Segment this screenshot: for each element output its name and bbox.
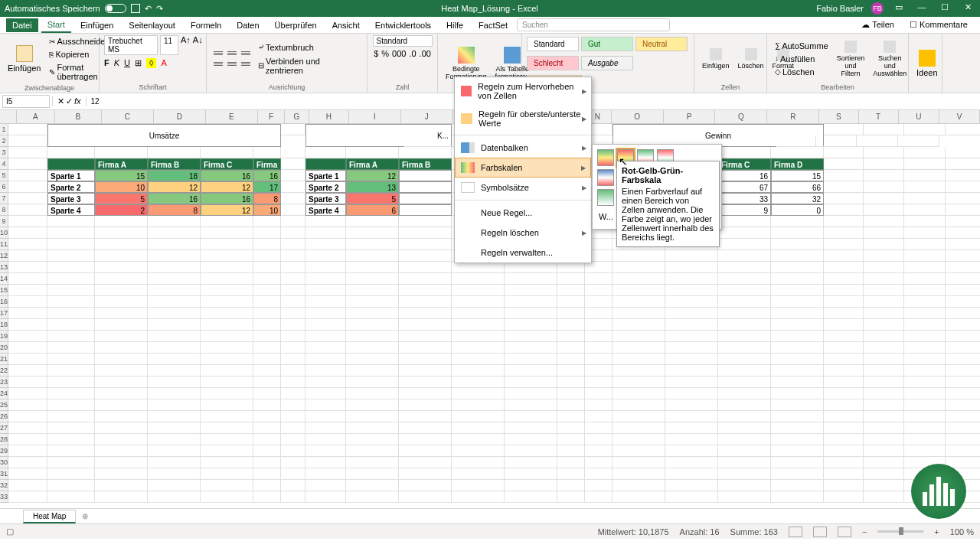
cell[interactable]	[8, 377, 47, 388]
cell[interactable]	[305, 158, 346, 170]
row-head-16[interactable]: 16	[0, 296, 8, 308]
cell[interactable]	[612, 342, 665, 354]
cell[interactable]	[253, 354, 281, 365]
font-select[interactable]: Trebuchet MS	[104, 35, 158, 55]
cell[interactable]: Firma A	[346, 158, 399, 170]
cell[interactable]	[904, 124, 946, 135]
align-left[interactable]	[211, 59, 225, 70]
cell[interactable]	[404, 135, 457, 147]
cell[interactable]	[946, 399, 980, 411]
cell[interactable]	[253, 480, 281, 491]
zoom-level[interactable]: 100 %	[950, 527, 974, 536]
cell[interactable]	[346, 147, 399, 158]
cell[interactable]	[505, 273, 557, 285]
cell[interactable]	[8, 331, 47, 342]
cell[interactable]	[864, 158, 904, 170]
cell[interactable]: Sparte 1	[47, 170, 95, 181]
cell[interactable]	[281, 491, 305, 503]
cell[interactable]	[718, 411, 771, 422]
cell[interactable]	[718, 365, 771, 377]
autosave-toggle[interactable]	[105, 4, 126, 13]
cell[interactable]	[95, 365, 148, 377]
cell[interactable]	[47, 434, 95, 445]
cell[interactable]	[8, 181, 47, 193]
style-ausgabe[interactable]: Ausgabe	[581, 56, 633, 70]
cell[interactable]	[95, 457, 148, 468]
cell[interactable]	[95, 354, 148, 365]
cell[interactable]	[824, 365, 864, 377]
cell[interactable]	[771, 480, 824, 491]
cell[interactable]	[148, 319, 201, 331]
cell[interactable]	[904, 273, 946, 285]
merge-center-button[interactable]: ⊟ Verbinden und zentrieren	[255, 55, 362, 77]
cell[interactable]	[8, 239, 47, 250]
cell[interactable]	[612, 457, 665, 468]
cell[interactable]	[864, 342, 904, 354]
cell[interactable]	[824, 480, 864, 491]
cell[interactable]	[201, 388, 253, 399]
cell[interactable]: 8	[148, 204, 201, 216]
row-head-11[interactable]: 11	[0, 239, 8, 250]
cell[interactable]: 18	[148, 170, 201, 181]
cell[interactable]	[718, 422, 771, 434]
cell[interactable]	[281, 227, 305, 239]
cell[interactable]	[305, 147, 346, 158]
cell[interactable]: Firma D	[253, 158, 281, 170]
cell[interactable]	[305, 365, 346, 377]
cell[interactable]	[253, 262, 281, 273]
row-head-19[interactable]: 19	[0, 331, 8, 342]
cell[interactable]	[399, 181, 452, 193]
cell[interactable]	[281, 193, 305, 204]
cell[interactable]	[253, 342, 281, 354]
cell[interactable]	[95, 422, 148, 434]
cell[interactable]	[95, 239, 148, 250]
cell[interactable]	[557, 308, 585, 319]
cell[interactable]	[305, 250, 346, 262]
ideas-button[interactable]: Ideen	[913, 47, 941, 80]
cell[interactable]	[8, 491, 47, 503]
cell[interactable]	[399, 308, 452, 319]
cell[interactable]	[399, 468, 452, 480]
cell[interactable]	[452, 388, 505, 399]
cell[interactable]	[946, 239, 980, 250]
cell[interactable]	[281, 399, 305, 411]
cell[interactable]	[346, 250, 399, 262]
align-middle[interactable]	[225, 48, 239, 59]
cell[interactable]	[305, 411, 346, 422]
cell[interactable]	[904, 250, 946, 262]
cell[interactable]	[857, 135, 898, 147]
cell[interactable]	[281, 457, 305, 468]
cell[interactable]	[399, 445, 452, 457]
cell[interactable]	[305, 227, 346, 239]
cell[interactable]	[452, 308, 505, 319]
cell[interactable]	[824, 319, 864, 331]
cell[interactable]	[864, 354, 904, 365]
search-input[interactable]: Suchen	[517, 18, 670, 31]
cell[interactable]	[904, 204, 946, 216]
cell[interactable]	[824, 388, 864, 399]
cell[interactable]	[148, 468, 201, 480]
save-icon[interactable]	[131, 4, 140, 13]
cell[interactable]	[557, 331, 585, 342]
cell[interactable]	[8, 124, 47, 135]
cell[interactable]	[904, 296, 946, 308]
cell[interactable]: 16	[148, 193, 201, 204]
cell[interactable]	[946, 422, 980, 434]
cell[interactable]	[201, 319, 253, 331]
cell[interactable]	[776, 135, 816, 147]
cell[interactable]	[201, 411, 253, 422]
cell[interactable]	[253, 296, 281, 308]
cell[interactable]	[557, 262, 585, 273]
row-head-31[interactable]: 31	[0, 468, 8, 480]
cell[interactable]: Sparte 4	[47, 204, 95, 216]
cell[interactable]	[95, 342, 148, 354]
cell[interactable]	[148, 227, 201, 239]
cell[interactable]	[346, 331, 399, 342]
cell[interactable]	[281, 445, 305, 457]
cell[interactable]	[505, 319, 557, 331]
cell[interactable]	[864, 170, 904, 181]
cell[interactable]	[47, 331, 95, 342]
cell[interactable]	[505, 422, 557, 434]
col-head-O[interactable]: O	[612, 110, 664, 124]
cell[interactable]	[824, 377, 864, 388]
